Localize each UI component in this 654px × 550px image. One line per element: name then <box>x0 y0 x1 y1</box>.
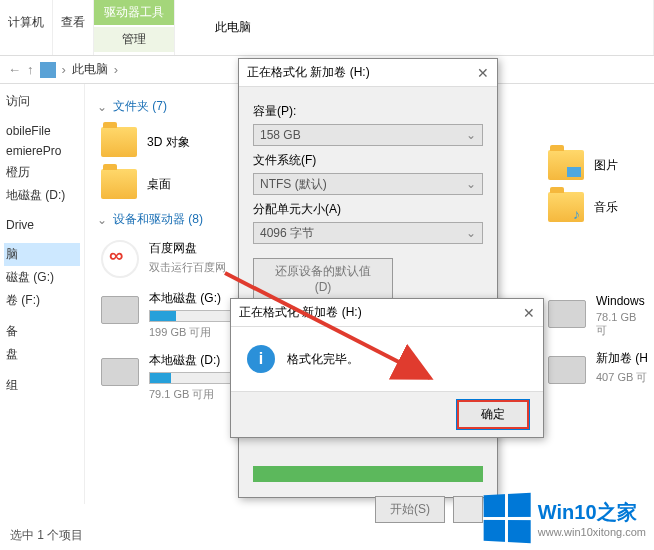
capacity-select[interactable]: 158 GB⌄ <box>253 124 483 146</box>
close-icon[interactable]: ✕ <box>477 65 489 81</box>
ok-button[interactable]: 确定 <box>457 400 529 429</box>
tab-view-label[interactable]: 查看 <box>61 14 85 31</box>
folder-label: 桌面 <box>147 176 171 193</box>
sidebar-item[interactable]: 卷 (F:) <box>4 289 80 312</box>
windows-logo-icon <box>483 493 530 544</box>
filesystem-label: 文件系统(F) <box>253 152 483 169</box>
restore-defaults-button[interactable]: 还原设备的默认值(D) <box>253 258 393 299</box>
drive-item-new[interactable]: 新加卷 (H407 GB 可 <box>544 344 654 391</box>
chevron-down-icon: ⌄ <box>466 226 476 240</box>
sidebar-item[interactable]: 盘 <box>4 343 80 366</box>
sidebar-item[interactable]: emierePro <box>4 141 80 161</box>
folder-icon <box>101 169 137 199</box>
filesystem-value: NTFS (默认) <box>260 176 327 193</box>
folder-label: 音乐 <box>594 199 618 216</box>
sidebar-item[interactable]: 组 <box>4 374 80 397</box>
start-button[interactable]: 开始(S) <box>375 496 445 523</box>
pc-icon <box>40 62 56 78</box>
ribbon: 计算机 查看 驱动器工具 管理 此电脑 <box>0 0 654 56</box>
close-icon[interactable]: ✕ <box>523 305 535 321</box>
tab-computer[interactable] <box>8 4 44 12</box>
info-icon: i <box>247 345 275 373</box>
progress-bar <box>253 466 483 482</box>
folder-item[interactable]: 音乐 <box>544 186 654 228</box>
drive-icon <box>548 356 586 384</box>
music-icon <box>548 192 584 222</box>
ribbon-group-drivetools: 驱动器工具 管理 <box>94 0 175 55</box>
filesystem-select[interactable]: NTFS (默认)⌄ <box>253 173 483 195</box>
watermark-url: www.win10xitong.com <box>538 526 646 538</box>
tab-computer-label[interactable]: 计算机 <box>8 14 44 31</box>
chevron-down-icon: ⌄ <box>97 213 107 227</box>
folder-label: 3D 对象 <box>147 134 190 151</box>
drive-sub: 407 GB 可 <box>596 370 650 385</box>
dialog-titlebar: 正在格式化 新加卷 (H:) ✕ <box>239 59 497 87</box>
baidu-icon <box>101 240 139 278</box>
section-folders-label: 文件夹 (7) <box>113 98 167 115</box>
dialog-title: 正在格式化 新加卷 (H:) <box>239 304 362 321</box>
message-dialog: 正在格式化 新加卷 (H:) ✕ i 格式化完毕。 确定 <box>230 298 544 438</box>
chevron-right-icon: › <box>62 62 66 77</box>
message-body: i 格式化完毕。 <box>231 327 543 391</box>
chevron-down-icon: ⌄ <box>466 177 476 191</box>
drive-sub: 78.1 GB 可 <box>596 311 650 338</box>
message-text: 格式化完毕。 <box>287 345 359 373</box>
sidebar-item[interactable]: 地磁盘 (D:) <box>4 184 80 207</box>
message-buttons: 确定 <box>231 391 543 437</box>
drive-icon <box>548 300 586 328</box>
drive-name: Windows <box>596 294 650 308</box>
watermark-title: Win10之家 <box>538 499 646 526</box>
tab-manage[interactable]: 管理 <box>94 27 174 52</box>
alloc-value: 4096 字节 <box>260 225 314 242</box>
sidebar-item[interactable]: Drive <box>4 215 80 235</box>
section-drives-label: 设备和驱动器 (8) <box>113 211 203 228</box>
sidebar-item[interactable]: 橙历 <box>4 161 80 184</box>
alloc-select[interactable]: 4096 字节⌄ <box>253 222 483 244</box>
folder-icon <box>101 127 137 157</box>
sidebar: 访问 obileFile emierePro 橙历 地磁盘 (D:) Drive… <box>0 84 85 504</box>
nav-back-icon[interactable]: ← <box>8 62 21 77</box>
pictures-icon <box>548 150 584 180</box>
other-button[interactable] <box>453 496 483 523</box>
chevron-down-icon: ⌄ <box>97 100 107 114</box>
status-bar: 选中 1 个项目 <box>10 527 83 544</box>
folder-label: 图片 <box>594 157 618 174</box>
ribbon-group-view: 查看 <box>53 0 94 55</box>
alloc-label: 分配单元大小(A) <box>253 201 483 218</box>
sidebar-item[interactable]: obileFile <box>4 121 80 141</box>
drive-name: 新加卷 (H <box>596 350 650 367</box>
dialog-title: 正在格式化 新加卷 (H:) <box>247 64 370 81</box>
right-column: 图片 音乐 Windows78.1 GB 可 新加卷 (H407 GB 可 <box>544 144 654 391</box>
tab-view[interactable] <box>61 4 85 12</box>
breadcrumb[interactable]: 此电脑 <box>72 61 108 78</box>
sidebar-item[interactable]: 访问 <box>4 90 80 113</box>
chevron-down-icon: ⌄ <box>466 128 476 142</box>
folder-item[interactable]: 图片 <box>544 144 654 186</box>
watermark: Win10之家 www.win10xitong.com <box>482 494 646 542</box>
drive-icon <box>101 296 139 324</box>
capacity-label: 容量(P): <box>253 103 483 120</box>
sidebar-item[interactable]: 备 <box>4 320 80 343</box>
ribbon-title: 此电脑 <box>175 0 654 55</box>
sidebar-item[interactable]: 脑 <box>4 243 80 266</box>
drive-item-windows[interactable]: Windows78.1 GB 可 <box>544 288 654 344</box>
tab-drive-tools[interactable]: 驱动器工具 <box>94 0 174 25</box>
dialog-titlebar: 正在格式化 新加卷 (H:) ✕ <box>231 299 543 327</box>
nav-up-icon[interactable]: ↑ <box>27 62 34 77</box>
drive-icon <box>101 358 139 386</box>
capacity-value: 158 GB <box>260 128 301 142</box>
chevron-right-icon: › <box>114 62 118 77</box>
ribbon-group-computer: 计算机 <box>0 0 53 55</box>
sidebar-item[interactable]: 磁盘 (G:) <box>4 266 80 289</box>
window-title: 此电脑 <box>215 19 251 36</box>
